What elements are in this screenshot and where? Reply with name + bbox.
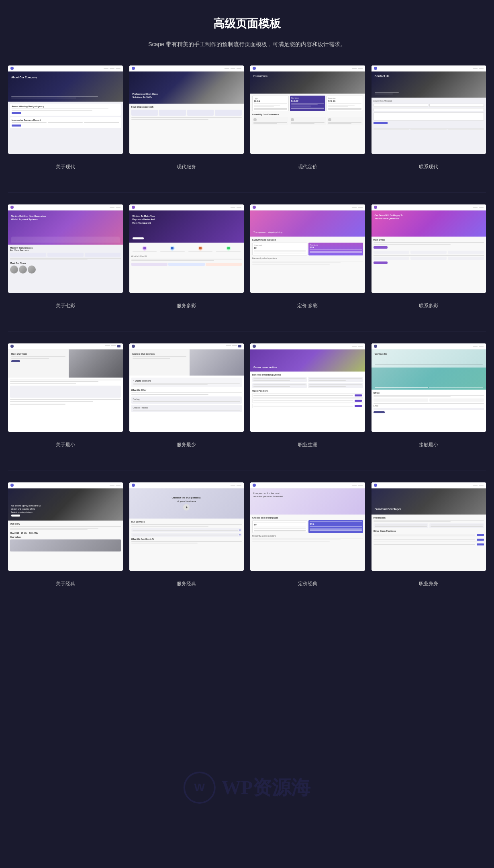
row-divider-2 bbox=[8, 331, 486, 331]
row-3: Meet Our Team bbox=[8, 343, 486, 450]
card-pricing-colorful[interactable]: Transparent, simple pricing Everything i… bbox=[250, 204, 365, 293]
card-services-classic[interactable]: Unleash the true potential of your busin… bbox=[129, 482, 244, 571]
card-contact-minimal[interactable]: Contact Us Office bbox=[372, 343, 486, 432]
label-pricing-colorful: 定价 多彩 bbox=[250, 301, 365, 311]
card-pricing-modern[interactable]: Pricing Plans Light $9.99 Standard bbox=[250, 65, 365, 154]
label-services-modern: 现代服务 bbox=[129, 162, 244, 172]
row-2: We Are Building Next GenerationGlobal Pa… bbox=[8, 204, 486, 311]
label-about-minimal: 关于最小 bbox=[8, 440, 123, 450]
card-about-colorful[interactable]: We Are Building Next GenerationGlobal Pa… bbox=[8, 204, 123, 293]
card-about-minimal[interactable]: Meet Our Team bbox=[8, 343, 123, 432]
watermark: W WP资源海 bbox=[184, 772, 310, 804]
card-services-minimal[interactable]: Explore Our Services " Quote text here W bbox=[129, 343, 244, 432]
page-header: 高级页面模板 Scape 带有精美的手工制作的预制流行页面模板，可满足您的内容和… bbox=[8, 16, 486, 49]
card-pricing-classic[interactable]: How you can find the most attractive pri… bbox=[250, 482, 365, 571]
card-about-modern[interactable]: About Our Company Award Winning Design A… bbox=[8, 65, 123, 154]
watermark-text: WP资源海 bbox=[222, 775, 310, 801]
row-1: About Our Company Award Winning Design A… bbox=[8, 65, 486, 172]
card-career[interactable]: Career opportunities Benefits of working… bbox=[250, 343, 365, 432]
card-contact-colorful[interactable]: Our Team Will Be Happy ToAnswer Your Que… bbox=[372, 204, 486, 293]
label-contact-modern: 联系现代 bbox=[372, 162, 486, 172]
row-divider-1 bbox=[8, 192, 486, 192]
label-about-classic: 关于经典 bbox=[8, 579, 123, 589]
label-about-colorful: 关于七彩 bbox=[8, 301, 123, 311]
card-about-classic[interactable]: We are the agency behind the UI design a… bbox=[8, 482, 123, 571]
row-divider-3 bbox=[8, 470, 486, 470]
label-about-modern: 关于现代 bbox=[8, 162, 123, 172]
label-contact-colorful: 联系多彩 bbox=[372, 301, 486, 311]
label-services-classic: 服务经典 bbox=[129, 579, 244, 589]
label-services-colorful: 服务多彩 bbox=[129, 301, 244, 311]
page-title: 高级页面模板 bbox=[8, 16, 486, 31]
card-career-jobs[interactable]: Frontend Developer Information bbox=[372, 482, 486, 571]
label-career-jobs: 职业身身 bbox=[372, 579, 486, 589]
card-services-modern[interactable]: Professional High-Class Solutions To SMB… bbox=[129, 65, 244, 154]
label-pricing-modern: 现代定价 bbox=[250, 162, 365, 172]
row-4: We are the agency behind the UI design a… bbox=[8, 482, 486, 589]
label-contact-minimal: 接触最小 bbox=[372, 440, 486, 450]
label-pricing-classic: 定价经典 bbox=[250, 579, 365, 589]
page-subtitle: Scape 带有精美的手工制作的预制流行页面模板，可满足您的内容和设计需求。 bbox=[147, 39, 347, 49]
label-career: 职业生涯 bbox=[250, 440, 365, 450]
card-contact-modern[interactable]: Contact Us Leave Us A Message bbox=[372, 65, 486, 154]
card-services-colorful[interactable]: We Aim To Make YourPayments Faster AndMo… bbox=[129, 204, 244, 293]
label-services-minimal: 服务最少 bbox=[129, 440, 244, 450]
